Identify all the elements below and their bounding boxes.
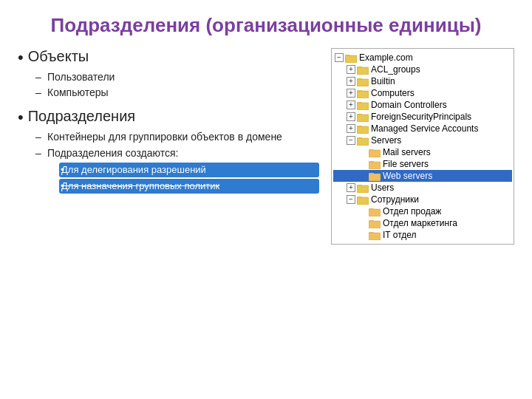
list-item: Пользователи <box>35 70 319 85</box>
subfolder-icon <box>369 171 381 181</box>
tree-row[interactable]: Mail servers <box>333 146 512 158</box>
tree-label: File servers <box>383 159 429 169</box>
tree-toggle-icon[interactable]: + <box>347 100 355 109</box>
folder-icon <box>357 76 369 86</box>
tree-row[interactable]: + Managed Service Accounts <box>333 123 512 134</box>
sub-list-item: Для назначения групповых политик <box>59 179 319 194</box>
tree-label: Domain Controllers <box>371 100 447 110</box>
tree-toggle-icon[interactable]: + <box>347 77 355 86</box>
tree-toggle-icon[interactable]: + <box>347 89 355 98</box>
subfolder-icon <box>369 218 381 228</box>
tree-row-servers[interactable]: − Servers <box>333 134 512 146</box>
tree-row[interactable]: + Builtin <box>333 75 512 87</box>
folder-icon <box>357 88 369 98</box>
tree-toggle-icon[interactable]: − <box>347 195 355 204</box>
svg-rect-31 <box>369 173 374 176</box>
tree-row[interactable]: + Users <box>333 182 512 194</box>
tree-toggle-icon[interactable]: + <box>347 124 355 133</box>
section1-list: Пользователи Компьютеры <box>35 70 319 100</box>
sub-sub-list: Для делегирования разрешений Для назначе… <box>59 163 319 194</box>
svg-rect-28 <box>369 161 374 164</box>
svg-rect-34 <box>357 185 362 188</box>
tree-label: ForeignSecurityPrincipals <box>371 112 471 122</box>
tree-toggle-icon[interactable]: + <box>347 112 355 121</box>
folder-icon <box>357 64 369 75</box>
tree-label: Managed Service Accounts <box>371 123 478 134</box>
tree-row[interactable]: IT отдел <box>333 229 512 241</box>
page-title: Подразделения (организационные единицы) <box>50 13 481 38</box>
folder-icon <box>345 52 357 63</box>
svg-rect-10 <box>357 90 362 93</box>
tree-label: Отдел маркетинга <box>383 218 457 228</box>
sub-list-item: Для делегирования разрешений <box>59 163 319 177</box>
section1-heading: Объекты <box>18 48 319 67</box>
folder-icon <box>357 135 369 146</box>
folder-icon <box>357 100 369 110</box>
tree-row-sotrudniki[interactable]: − Сотрудники <box>333 194 512 205</box>
folder-icon <box>357 194 369 205</box>
svg-rect-43 <box>369 220 374 223</box>
tree-label: ACL_groups <box>371 64 420 75</box>
tree-toggle-icon[interactable]: − <box>347 136 355 145</box>
content-area: Объекты Пользователи Компьютеры Подразде… <box>18 48 514 245</box>
section2-heading: Подразделения <box>18 108 319 127</box>
tree-label: Mail servers <box>383 147 431 157</box>
svg-rect-16 <box>357 114 362 117</box>
tree-label: Сотрудники <box>371 194 419 205</box>
svg-rect-46 <box>369 232 374 235</box>
tree-row-selected[interactable]: Web servers <box>333 170 512 182</box>
tree-toggle-icon[interactable]: − <box>335 53 344 62</box>
svg-rect-7 <box>357 78 362 81</box>
tree-toggle-icon[interactable]: + <box>347 183 355 192</box>
folder-icon <box>357 183 369 193</box>
section2-list: Контейнеры для группировки объектов в до… <box>35 130 319 194</box>
tree-label: Builtin <box>371 76 395 86</box>
svg-rect-25 <box>369 149 374 152</box>
tree-row[interactable]: + ACL_groups <box>333 64 512 75</box>
tree-label: IT отдел <box>383 230 417 240</box>
tree-row[interactable]: Отдел продаж <box>333 205 512 217</box>
list-item: Подразделения создаются: Для делегирован… <box>35 146 319 194</box>
svg-rect-19 <box>357 126 362 129</box>
tree-toggle-icon[interactable]: + <box>347 65 355 74</box>
svg-rect-37 <box>357 197 362 200</box>
subfolder-icon <box>369 230 381 240</box>
tree-label: Servers <box>371 135 401 146</box>
tree-label: Web servers <box>383 171 432 181</box>
svg-rect-40 <box>369 208 374 211</box>
tree-row[interactable]: + ForeignSecurityPrincipals <box>333 111 512 123</box>
bullet-section: Объекты Пользователи Компьютеры Подразде… <box>18 48 319 202</box>
tree-row[interactable]: Отдел маркетинга <box>333 217 512 229</box>
tree-row-root[interactable]: − Example.com <box>333 52 512 64</box>
svg-rect-13 <box>357 102 362 105</box>
svg-rect-1 <box>345 55 350 58</box>
tree-label: Users <box>371 183 394 193</box>
list-item: Компьютеры <box>35 86 319 100</box>
tree-row[interactable]: File servers <box>333 158 512 170</box>
list-item: Контейнеры для группировки объектов в до… <box>35 130 319 145</box>
subfolder-icon <box>369 206 381 216</box>
svg-rect-22 <box>357 137 362 140</box>
tree-label: Отдел продаж <box>383 206 441 216</box>
tree-row[interactable]: + Computers <box>333 87 512 99</box>
subfolder-icon <box>369 159 381 169</box>
tree-label: Example.com <box>359 52 413 63</box>
tree-label: Computers <box>371 88 415 98</box>
tree-row[interactable]: + Domain Controllers <box>333 99 512 111</box>
folder-icon <box>357 112 369 122</box>
tree-panel: − Example.com + ACL_groups + <box>331 48 514 245</box>
svg-rect-4 <box>357 66 362 69</box>
subfolder-icon <box>369 147 381 157</box>
folder-icon <box>357 123 369 134</box>
